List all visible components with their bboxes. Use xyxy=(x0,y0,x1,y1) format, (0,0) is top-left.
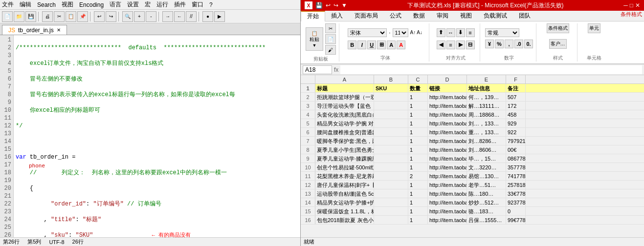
toolbar-macro-play[interactable]: ▶ xyxy=(214,11,225,22)
toolbar-indent[interactable]: → xyxy=(162,11,173,22)
underline-button[interactable]: U xyxy=(367,41,376,49)
cell-15D[interactable]: http://item.taoba.. xyxy=(428,207,467,215)
cell-8C[interactable]: 1 xyxy=(408,145,428,154)
cell-2D[interactable]: http://item.taoba.. xyxy=(428,93,467,101)
insert-cells-btn[interactable]: 单元 xyxy=(588,23,600,33)
cell-6A[interactable]: 腰间盘腰椎推盒突|普通款；均码 xyxy=(315,128,374,136)
align-top-button[interactable]: ⬆ xyxy=(437,28,445,37)
toolbar-zoom-in[interactable]: + xyxy=(134,11,145,22)
toolbar-outdent[interactable]: ← xyxy=(174,11,185,22)
col-header-C[interactable]: C xyxy=(408,75,428,83)
cell-14C[interactable]: 1 xyxy=(408,198,428,206)
toolbar-redo[interactable]: ↪ xyxy=(106,11,116,22)
cell-11E[interactable]: 易馆…130… xyxy=(467,172,506,180)
percent-button[interactable]: % xyxy=(495,40,504,48)
copy-button[interactable]: 📄 xyxy=(325,34,336,44)
col-header-B[interactable]: B xyxy=(374,75,408,83)
align-left-button[interactable]: ◀ xyxy=(437,41,445,49)
cell-8E[interactable]: 刘…8606… xyxy=(467,145,506,154)
cell-2C[interactable]: 1 xyxy=(408,93,428,101)
menu-encoding[interactable]: Encoding xyxy=(79,1,104,8)
toolbar-macro-rec[interactable]: ● xyxy=(202,11,213,22)
help-icon[interactable]: 条件格式 xyxy=(621,11,642,18)
cell-9E[interactable]: 毕…，15… xyxy=(467,154,506,163)
cell-3B[interactable] xyxy=(374,102,408,110)
cell-4F[interactable]: 458 xyxy=(506,110,526,119)
tab-page-layout[interactable]: 页面布局 xyxy=(349,11,384,21)
cell-7C[interactable]: 1 xyxy=(408,137,428,145)
toolbar-new[interactable]: 📄 xyxy=(2,11,13,22)
toolbar-zoom-out[interactable]: - xyxy=(146,11,156,22)
font-size-select[interactable]: 11 xyxy=(393,28,408,37)
tab-tb-order-in[interactable]: JS tb_order_in.js ✕ xyxy=(2,25,67,35)
cell-13C[interactable]: 1 xyxy=(408,189,428,198)
cell-12D[interactable]: http://item.taoba.. xyxy=(428,181,467,189)
cell-14F[interactable]: 923778382891 xyxy=(506,198,526,206)
cell-2A[interactable]: 拒跳潮款篮球护腿（一双）；均码 xyxy=(315,93,374,101)
cell-3A[interactable]: 导汪带运动头带【蓝色【#科比款第二代】 xyxy=(315,102,374,110)
cell-5A[interactable]: 精品男女运动学·护腕 对；健康盈精品包 xyxy=(315,119,374,127)
align-right-button[interactable]: ▶ xyxy=(456,41,465,49)
cell-1C[interactable]: 数量 xyxy=(408,84,428,92)
cut-button[interactable]: ✂ xyxy=(325,23,336,33)
border-button[interactable]: ⊞ xyxy=(377,41,386,49)
cell-13D[interactable]: http://item.taoba.. xyxy=(428,189,467,198)
cell-7A[interactable]: 暖脚冬季保护套:黑色，两只装；均码 xyxy=(315,137,374,145)
undo-icon[interactable]: ↩ xyxy=(326,2,331,9)
cell-1E[interactable]: 地址信息 xyxy=(467,84,506,92)
increase-decimal-button[interactable]: .0 xyxy=(514,40,523,48)
cell-13E[interactable]: 陈…180… xyxy=(467,189,506,198)
cell-6D[interactable]: http://item.taoba.. xyxy=(428,128,467,136)
maximize-icon[interactable]: □ xyxy=(630,2,633,9)
redo-icon[interactable]: ↪ xyxy=(333,2,338,9)
menu-edit[interactable]: 编辑 xyxy=(20,0,31,9)
cell-13A[interactable]: 运动股带自粘绷|蓝色 5cm宽×4.5M【满1(1 xyxy=(315,189,374,198)
toolbar-paste[interactable]: 📌 xyxy=(77,11,88,22)
cell-1B[interactable]: SKU xyxy=(374,84,408,92)
tab-review[interactable]: 审阅 xyxy=(431,11,454,21)
align-center-button[interactable]: ≡ xyxy=(446,41,455,49)
fill-color-button[interactable]: A xyxy=(387,41,396,49)
cell-6C[interactable]: 1 xyxy=(408,128,428,136)
cell-3D[interactable]: http://item.taoba.. xyxy=(428,102,467,110)
menu-view[interactable]: 视图 xyxy=(62,0,73,9)
tab-home[interactable]: 开始 xyxy=(301,11,325,21)
cell-8B[interactable] xyxy=(374,145,408,154)
cell-15B[interactable] xyxy=(374,207,408,215)
toolbar-print[interactable]: 🖨 xyxy=(42,11,53,22)
customize-icon[interactable]: ▼ xyxy=(341,2,347,9)
cell-16C[interactable]: 1 xyxy=(408,216,428,224)
cell-14D[interactable]: http://item.taoba.. xyxy=(428,198,467,206)
cell-9B[interactable] xyxy=(374,154,408,163)
toolbar-open[interactable]: 📁 xyxy=(14,11,24,22)
cell-7F[interactable]: 797921159€ xyxy=(506,137,526,145)
menu-help[interactable]: ? xyxy=(209,1,213,8)
quick-save-icon[interactable]: 💾 xyxy=(315,2,323,9)
cell-15E[interactable]: 骆…183… xyxy=(467,207,506,215)
cell-16E[interactable]: 吕保…1555… xyxy=(467,216,506,224)
cell-3C[interactable]: 1 xyxy=(408,102,428,110)
cell-10C[interactable]: 1 xyxy=(408,163,428,171)
menu-run[interactable]: 运行 xyxy=(156,0,168,9)
cell-1A[interactable]: 标题 xyxy=(315,84,374,92)
cell-16D[interactable]: http://item.taoba.. xyxy=(428,216,467,224)
cell-styles-btn[interactable]: 客户… xyxy=(549,39,567,49)
cell-4D[interactable]: http://item.taoba.. xyxy=(428,110,467,119)
tab-team[interactable]: 团队 xyxy=(513,11,536,21)
cell-8A[interactable]: 夏季儿童小学生|黑色勇士品牌志2只；XS/1 xyxy=(315,145,374,154)
cell-8F[interactable]: 00€ xyxy=(506,145,526,154)
toolbar-copy[interactable]: 📋 xyxy=(66,11,76,22)
cell-3E[interactable]: 解…13111… xyxy=(467,102,506,110)
minimize-icon[interactable]: ─ xyxy=(623,2,628,9)
cell-5E[interactable]: 刘…，133… xyxy=(467,119,506,127)
wrap-text-button[interactable]: ≡ xyxy=(466,28,475,37)
cell-5C[interactable]: 1 xyxy=(408,119,428,127)
tab-close-icon[interactable]: ✕ xyxy=(57,27,61,33)
cell-4A[interactable]: 头套化妆洗漱洗|黑底白条纹 xyxy=(315,110,374,119)
decrease-decimal-button[interactable]: 0. xyxy=(524,40,533,48)
cell-11D[interactable]: http://item.taoba.. xyxy=(428,172,467,180)
format-painter-button[interactable]: 🖌 xyxy=(325,45,336,55)
paste-dropdown-icon[interactable]: ▼ xyxy=(312,43,317,48)
cell-10B[interactable] xyxy=(374,163,408,171)
cell-5F[interactable]: 929 xyxy=(506,119,526,127)
